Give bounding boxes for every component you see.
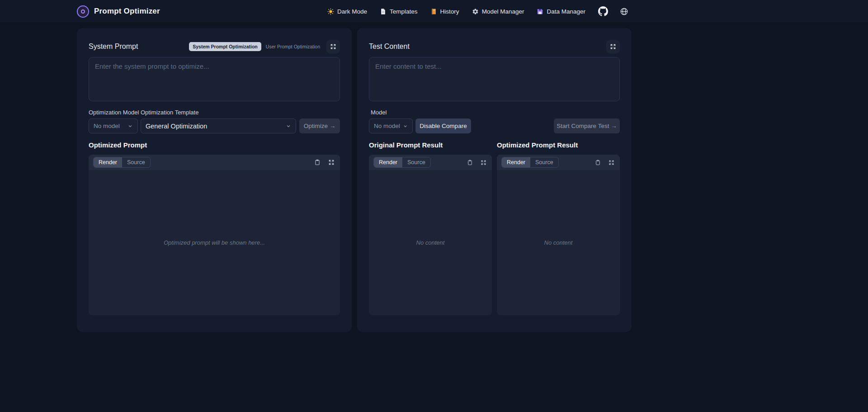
globe-icon [620,7,628,16]
expand-icon [328,159,335,166]
floppy-disk-icon [537,8,543,15]
expand-system-prompt-button[interactable] [326,40,340,53]
disable-compare-button[interactable]: Disable Compare [415,118,471,133]
original-result-empty-state: No content [369,170,492,315]
dark-mode-toggle[interactable]: Dark Mode [327,8,367,15]
expand-icon [330,43,336,50]
history-book-icon [430,8,437,15]
optimized-result-empty-state: No content [497,170,620,315]
test-model-value: No model [374,123,400,129]
optimized-result-panel: Render Source [497,155,620,315]
chevron-down-icon [403,123,408,129]
optimized-prompt-empty-state: Optimized prompt will be shown here... [89,170,340,315]
clipboard-icon [314,159,321,166]
system-prompt-optimization-tab[interactable]: System Prompt Optimization [189,42,261,51]
optimized-prompt-panel-header: Render Source [89,155,340,170]
templates-label: Templates [390,8,418,15]
gear-icon [472,8,479,15]
data-manager-label: Data Manager [547,8,585,15]
expand-icon [610,43,616,50]
app-title: Prompt Optimizer [94,7,160,16]
render-source-tabs: Render Source [93,157,151,168]
fullscreen-button[interactable] [328,159,335,166]
clipboard-icon [595,160,601,166]
render-tab[interactable]: Render [374,157,402,167]
clipboard-icon [467,160,473,166]
templates-button[interactable]: Templates [380,8,418,15]
fullscreen-button[interactable] [481,160,486,166]
app-logo [77,5,89,18]
original-result-panel: Render Source [369,155,492,315]
source-tab[interactable]: Source [402,157,430,167]
history-button[interactable]: History [430,8,459,15]
render-tab[interactable]: Render [94,157,122,167]
test-content-card: Test Content Model No model Disable Comp… [357,28,632,332]
optimized-result-panel-header: Render Source [497,155,620,170]
original-result-column: Original Prompt Result Render Source [369,141,492,315]
optimized-prompt-heading: Optimized Prompt [89,141,340,149]
copy-button[interactable] [467,160,473,166]
optimization-model-label: Optimization Model [89,109,141,116]
expand-icon [481,160,486,166]
start-compare-test-button[interactable]: Start Compare Test → [554,118,620,133]
model-manager-button[interactable]: Model Manager [472,8,524,15]
optimization-template-value: General Optimization [146,123,207,130]
optimization-template-select[interactable]: General Optimization [141,118,296,133]
render-source-tabs: Render Source [373,157,431,168]
optimization-mode-toggle: System Prompt Optimization User Prompt O… [189,42,320,51]
optimization-model-select[interactable]: No model [89,118,138,133]
model-manager-label: Model Manager [482,8,524,15]
history-label: History [440,8,459,15]
app-header: Prompt Optimizer Dark Mode [0,0,868,23]
optimized-prompt-panel: Render Source Optimized prompt will be s… [89,155,340,315]
optimized-result-column: Optimized Prompt Result Render Source [497,141,620,315]
test-model-select[interactable]: No model [369,118,413,133]
fullscreen-button[interactable] [609,160,614,166]
optimization-model-value: No model [94,123,120,129]
chevron-down-icon [127,123,133,129]
render-source-tabs: Render Source [501,157,559,168]
optimization-template-label: Optimization Template [141,109,198,116]
render-tab[interactable]: Render [502,157,530,167]
data-manager-button[interactable]: Data Manager [537,8,585,15]
optimization-labels-row: Optimization Model Optimization Template [89,109,340,116]
source-tab[interactable]: Source [530,157,558,167]
source-tab[interactable]: Source [122,157,150,167]
user-prompt-optimization-tab[interactable]: User Prompt Optimization [266,44,320,49]
original-result-heading: Original Prompt Result [369,141,492,149]
optimize-button[interactable]: Optimize → [299,118,340,133]
test-content-input[interactable] [369,57,620,101]
system-prompt-title: System Prompt [89,43,138,51]
original-result-panel-header: Render Source [369,155,492,170]
dark-mode-label: Dark Mode [337,8,367,15]
copy-button[interactable] [314,159,321,166]
model-label: Model [369,109,620,116]
test-content-title: Test Content [369,43,410,51]
copy-button[interactable] [595,160,601,166]
github-icon [598,6,608,16]
optimized-result-heading: Optimized Prompt Result [497,141,620,149]
sun-icon [327,8,334,15]
expand-test-content-button[interactable] [606,40,620,53]
system-prompt-card: System Prompt System Prompt Optimization… [77,28,352,332]
document-icon [380,8,387,15]
chevron-down-icon [286,123,291,129]
expand-icon [609,160,614,166]
system-prompt-input[interactable] [89,57,340,101]
app-logo-icon [81,9,85,14]
header-nav: Dark Mode Templates Histo [327,8,585,15]
github-link[interactable] [598,6,608,16]
language-button[interactable] [620,7,628,16]
